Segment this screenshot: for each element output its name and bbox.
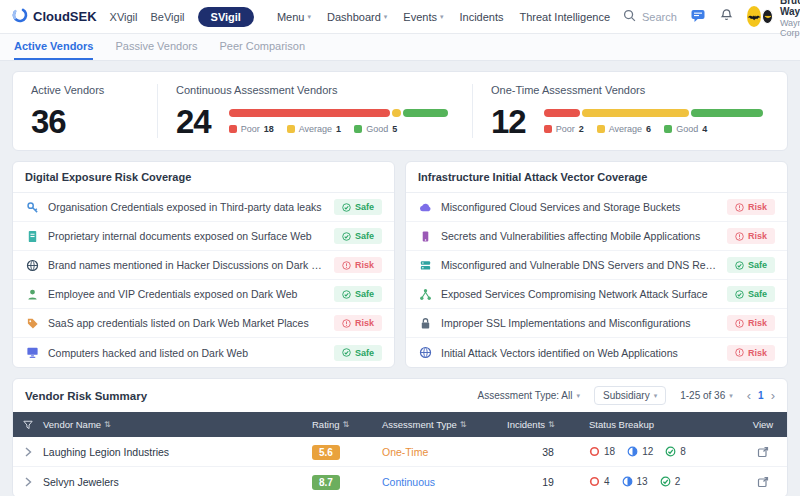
bar-segment-good (403, 109, 448, 117)
open-count: 4 (604, 476, 610, 487)
stat-value: 24 (176, 105, 211, 138)
sort-icon[interactable]: ⇅ (548, 420, 555, 429)
continuous-assessment-stat: Continuous Assessment Vendors 24 Poor18 … (176, 84, 454, 138)
good-label: Good (676, 124, 698, 134)
page-number: 1 (758, 390, 764, 401)
status-badge: Safe (334, 228, 382, 244)
rating-badge: 8.7 (312, 475, 340, 490)
vendor-tabs: Active Vendors Passive Vendors Peer Comp… (0, 34, 800, 61)
feedback-button[interactable] (690, 8, 706, 25)
poor-label: Poor (241, 124, 260, 134)
coverage-text: Secrets and Vulnerabilities affecting Mo… (441, 230, 718, 242)
average-label: Average (299, 124, 332, 134)
status-badge: Risk (334, 257, 382, 273)
column-header-rating[interactable]: Rating⇅ (312, 419, 382, 430)
continuous-rating-bar (229, 109, 448, 117)
good-swatch (664, 125, 672, 133)
infrastructure-card: Infrastructure Initial Attack Vector Cov… (405, 161, 788, 368)
status-badge: Safe (334, 345, 382, 361)
poor-swatch (229, 125, 237, 133)
nav-dashboard[interactable]: Dashboard▾ (327, 11, 387, 23)
coverage-row: Computers hacked and listed on Dark Web … (13, 338, 394, 367)
good-label: Good (366, 124, 388, 134)
column-header-assessment-type[interactable]: Assessment Type⇅ (382, 419, 507, 430)
nav-threat-intelligence[interactable]: Threat Intelligence (520, 11, 611, 23)
table-controls: Assessment Type: All▾ Subsidiary▾ 1-25 o… (478, 386, 775, 405)
view-external-link-icon[interactable] (757, 446, 769, 458)
coverage-row: Employee and VIP Credentials exposed on … (13, 280, 394, 309)
column-header-incidents[interactable]: Incidents⇅ (507, 419, 589, 430)
network-icon (418, 288, 432, 301)
product-xvigil[interactable]: XVigil (110, 11, 138, 23)
vendor-table-row[interactable]: Laughing Legion Industries 5.6 One-Time … (13, 437, 787, 467)
view-external-link-icon[interactable] (757, 476, 769, 488)
one-time-rating-bar (544, 109, 763, 117)
bar-segment-good (691, 109, 763, 117)
vendor-risk-summary-card: Vendor Risk Summary Assessment Type: All… (12, 378, 788, 496)
status-label: Risk (355, 260, 374, 270)
good-count: 5 (392, 124, 397, 134)
prev-page-button[interactable]: ‹ (747, 389, 751, 402)
column-header-vendor-name[interactable]: Vendor Name⇅ (43, 419, 312, 430)
sort-icon[interactable]: ⇅ (342, 420, 349, 429)
filter-column-header[interactable] (13, 420, 43, 430)
poor-count: 2 (579, 124, 584, 134)
column-header-status-breakup: Status Breakup (589, 419, 739, 430)
web-globe-icon (418, 346, 432, 359)
status-label: Risk (748, 231, 767, 241)
coverage-row: Initial Attack Vectors identified on Web… (406, 338, 787, 367)
tab-active-vendors[interactable]: Active Vendors (14, 34, 93, 60)
sort-icon[interactable]: ⇅ (104, 420, 111, 429)
chevron-down-icon: ▾ (307, 13, 311, 21)
stat-value: 36 (31, 105, 139, 138)
tab-peer-comparison[interactable]: Peer Comparison (219, 34, 305, 60)
card-title: Infrastructure Initial Attack Vector Cov… (406, 162, 787, 193)
expand-chevron-icon[interactable] (24, 477, 32, 487)
status-label: Risk (748, 318, 767, 328)
person-icon (25, 288, 39, 301)
coverage-row: Organisation Credentials exposed in Thir… (13, 193, 394, 222)
good-count: 4 (702, 124, 707, 134)
coverage-text: Brand names mentioned in Hacker Discussi… (48, 259, 325, 271)
nav-incidents[interactable]: Incidents (459, 11, 503, 23)
status-label: Safe (355, 202, 374, 212)
search-icon (623, 9, 636, 24)
expand-chevron-icon[interactable] (24, 447, 32, 457)
poor-count: 18 (264, 124, 274, 134)
incident-count: 19 (507, 476, 589, 488)
avatar (747, 6, 761, 27)
stat-label: Active Vendors (31, 84, 139, 96)
nav-events[interactable]: Events▾ (403, 11, 443, 23)
good-swatch (354, 125, 362, 133)
coverage-text: Employee and VIP Credentials exposed on … (48, 288, 325, 300)
resolved-icon (665, 446, 676, 457)
coverage-row: Improper SSL Implementations and Misconf… (406, 309, 787, 338)
search-input[interactable]: Search (623, 9, 677, 24)
coverage-text: Improper SSL Implementations and Misconf… (441, 317, 718, 329)
product-bevigil[interactable]: BeVigil (151, 11, 185, 23)
status-badge: Risk (727, 228, 775, 244)
vendor-name: Laughing Legion Industries (43, 446, 312, 458)
chevron-down-icon: ▾ (576, 392, 580, 400)
status-label: Safe (355, 289, 374, 299)
table-header-row: Vendor Name⇅ Rating⇅ Assessment Type⇅ In… (13, 412, 787, 437)
coverage-text: Misconfigured Cloud Services and Storage… (441, 201, 718, 213)
product-svigil[interactable]: SVigil (198, 7, 254, 27)
nav-menu[interactable]: Menu▾ (277, 11, 311, 23)
tab-passive-vendors[interactable]: Passive Vendors (115, 34, 197, 60)
user-menu[interactable]: Bruce Wayne Wayne Corp (747, 0, 800, 38)
tag-icon (25, 317, 39, 330)
divider (472, 84, 473, 138)
incident-count: 38 (507, 446, 589, 458)
cloudsek-logo[interactable]: CloudSEK (12, 7, 97, 26)
page-range-select[interactable]: 1-25 of 36▾ (680, 390, 733, 401)
subsidiary-filter[interactable]: Subsidiary▾ (594, 386, 666, 405)
sort-icon[interactable]: ⇅ (460, 420, 467, 429)
status-label: Risk (748, 202, 767, 212)
notifications-button[interactable] (719, 8, 734, 25)
assessment-type-filter[interactable]: Assessment Type: All▾ (478, 390, 580, 401)
vendor-table-row[interactable]: Selvyn Jewelers 8.7 Continuous 19 4 13 2 (13, 467, 787, 496)
status-breakup: 4 13 2 (589, 476, 739, 487)
assessment-type-value: One-Time (382, 446, 428, 458)
next-page-button[interactable]: › (771, 389, 775, 402)
